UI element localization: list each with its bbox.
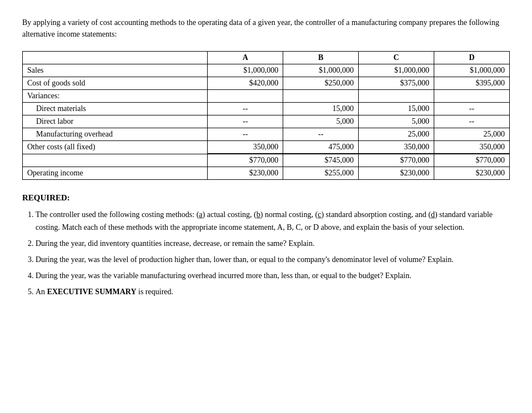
letter-c: c: [318, 210, 321, 219]
table-row-operating-income: Operating income $230,000 $255,000 $230,…: [23, 167, 510, 180]
list-item: During the year, was the variable manufa…: [36, 269, 510, 282]
list-item: An EXECUTIVE SUMMARY is required.: [36, 285, 510, 298]
list-item: During the year, was the level of produc…: [36, 253, 510, 266]
table-row-subtotal: $770,000 $745,000 $770,000 $770,000: [23, 154, 510, 167]
questions-list: The controller used the following costin…: [22, 208, 510, 299]
header-col-d: D: [434, 52, 510, 64]
required-section: REQUIRED: The controller used the follow…: [22, 193, 510, 299]
required-title: REQUIRED:: [22, 193, 510, 203]
table-row: Manufacturing overhead -- -- 25,000 25,0…: [23, 128, 510, 141]
header-col-b: B: [283, 52, 359, 64]
header-label-cell: [23, 52, 208, 64]
intro-paragraph: By applying a variety of cost accounting…: [22, 17, 510, 40]
table-row: Variances:: [23, 90, 510, 103]
list-item: During the year, did inventory quantitie…: [36, 237, 510, 250]
header-col-c: C: [359, 52, 434, 64]
table-row: Cost of goods sold $420,000 $250,000 $37…: [23, 77, 510, 90]
income-statements-table: A B C D Sales $1,000,000 $1,000,000 $1,0…: [22, 51, 510, 180]
letter-d: d: [431, 210, 435, 219]
table-header-row: A B C D: [23, 52, 510, 64]
table-row: Direct materials -- 15,000 15,000 --: [23, 103, 510, 115]
list-item: The controller used the following costin…: [36, 208, 510, 234]
letter-b: b: [257, 210, 260, 219]
table-row: Direct labor -- 5,000 5,000 --: [23, 115, 510, 128]
table-row: Other costs (all fixed) 350,000 475,000 …: [23, 141, 510, 154]
header-col-a: A: [208, 52, 283, 64]
table-row: Sales $1,000,000 $1,000,000 $1,000,000 $…: [23, 64, 510, 77]
letter-a: a: [199, 210, 202, 219]
